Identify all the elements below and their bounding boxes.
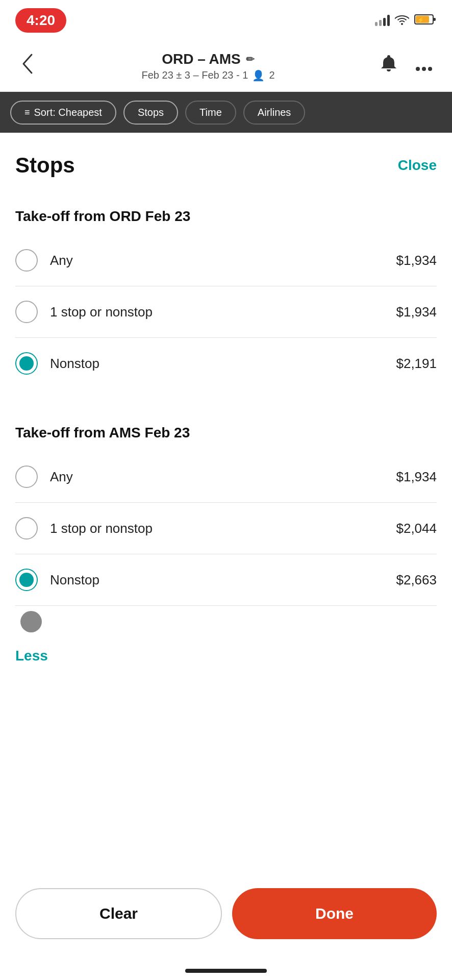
status-icons: ⚡: [375, 13, 437, 29]
stops-panel-header: Stops Close: [0, 133, 452, 193]
svg-text:⚡: ⚡: [417, 16, 424, 23]
radio-nonstop-ord[interactable]: [15, 352, 38, 375]
option-price: $2,663: [396, 572, 437, 588]
radio-inner: [19, 356, 34, 371]
stops-button[interactable]: Stops: [123, 101, 178, 125]
less-button[interactable]: Less: [0, 632, 63, 674]
nav-center: ORD – AMS ✏ Feb 23 ± 3 – Feb 23 - 1 👤 2: [40, 51, 376, 82]
option-label: 1 stop or nonstop: [50, 521, 153, 536]
sort-icon: ≡: [24, 107, 30, 118]
route-title: ORD – AMS ✏: [40, 51, 376, 67]
list-item[interactable]: Nonstop $2,191: [15, 338, 437, 389]
svg-point-5: [422, 67, 426, 71]
option-label: Nonstop: [50, 572, 99, 588]
done-button[interactable]: Done: [232, 888, 437, 939]
airlines-button[interactable]: Airlines: [243, 101, 306, 125]
wifi-icon: [395, 13, 409, 29]
option-left: Any: [15, 465, 73, 488]
more-button[interactable]: [411, 54, 437, 79]
home-indicator: [185, 969, 267, 973]
option-label: Any: [50, 469, 73, 485]
back-button[interactable]: [15, 47, 40, 85]
option-left: Nonstop: [15, 569, 99, 591]
svg-point-4: [416, 67, 420, 71]
option-price: $2,044: [396, 521, 437, 536]
signal-icon: [375, 15, 390, 26]
time-button[interactable]: Time: [185, 101, 236, 125]
sort-button[interactable]: ≡ Sort: Cheapest: [10, 101, 116, 125]
nav-actions: [376, 51, 437, 81]
route-subtitle: Feb 23 ± 3 – Feb 23 - 1 👤 2: [40, 69, 376, 82]
radio-nonstop-ams[interactable]: [15, 569, 38, 591]
radio-any-ord[interactable]: [15, 249, 38, 272]
section-ams: Take-off from AMS Feb 23 Any $1,934 1 st…: [0, 409, 452, 632]
nav-header: ORD – AMS ✏ Feb 23 ± 3 – Feb 23 - 1 👤 2: [0, 41, 452, 92]
status-bar: 4:20 ⚡: [0, 0, 452, 41]
radio-inner: [19, 573, 34, 587]
option-label: Nonstop: [50, 356, 99, 372]
option-price: $1,934: [396, 253, 437, 268]
status-time: 4:20: [15, 8, 66, 33]
option-label: 1 stop or nonstop: [50, 304, 153, 320]
battery-icon: ⚡: [414, 13, 437, 28]
option-left: 1 stop or nonstop: [15, 517, 153, 540]
list-item[interactable]: 1 stop or nonstop $2,044: [15, 503, 437, 554]
radio-any-ams[interactable]: [15, 465, 38, 488]
svg-rect-1: [433, 18, 436, 21]
person-icon: 👤: [252, 69, 265, 82]
close-button[interactable]: Close: [398, 157, 437, 174]
stops-panel: Stops Close Take-off from ORD Feb 23 Any…: [0, 133, 452, 674]
filter-bar: ≡ Sort: Cheapest Stops Time Airlines: [0, 92, 452, 133]
section-ams-title: Take-off from AMS Feb 23: [15, 425, 437, 441]
edit-icon[interactable]: ✏: [246, 53, 255, 65]
list-item[interactable]: Nonstop $2,663: [15, 554, 437, 606]
option-price: $1,934: [396, 304, 437, 320]
section-ord: Take-off from ORD Feb 23 Any $1,934 1 st…: [0, 193, 452, 389]
section-ord-title: Take-off from ORD Feb 23: [15, 208, 437, 225]
list-item[interactable]: Any $1,934: [15, 235, 437, 286]
option-label: Any: [50, 253, 73, 268]
option-left: 1 stop or nonstop: [15, 301, 153, 323]
radio-1stop-ord[interactable]: [15, 301, 38, 323]
clear-button[interactable]: Clear: [15, 888, 222, 939]
option-price: $2,191: [396, 356, 437, 372]
option-left: Nonstop: [15, 352, 99, 375]
svg-point-6: [428, 67, 432, 71]
option-price: $1,934: [396, 469, 437, 485]
indicator-circle: [20, 611, 42, 632]
bell-button[interactable]: [376, 51, 401, 81]
radio-1stop-ams[interactable]: [15, 517, 38, 540]
bottom-actions: Clear Done: [0, 878, 452, 949]
list-item[interactable]: 1 stop or nonstop $1,934: [15, 286, 437, 338]
list-item[interactable]: Any $1,934: [15, 451, 437, 503]
stops-panel-title: Stops: [15, 153, 75, 178]
option-left: Any: [15, 249, 73, 272]
